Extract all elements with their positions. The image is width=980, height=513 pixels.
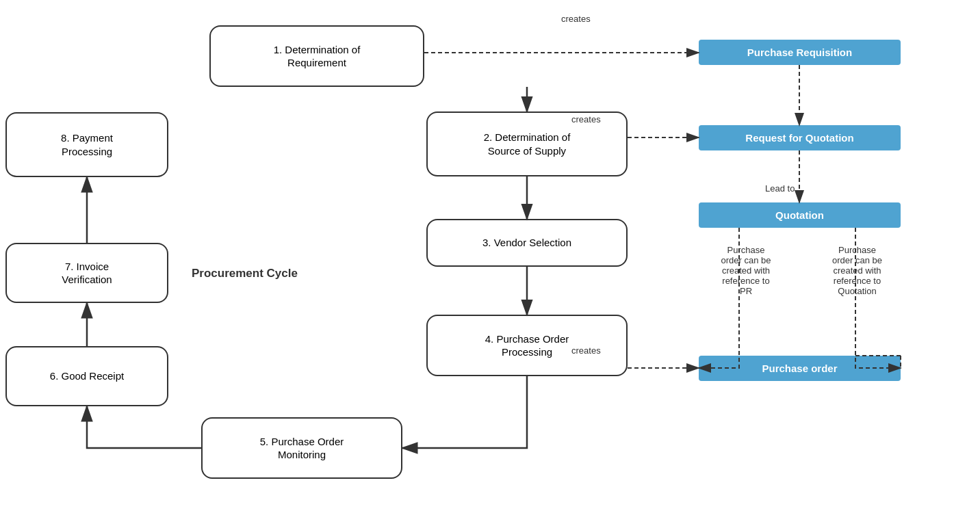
quotation-label: Quotation [775,209,824,221]
purchase-order-box: Purchase order [699,356,901,381]
quotation-ref-label: Purchase order can be created with refer… [808,245,907,296]
step4-label: 4. Purchase Order Processing [485,332,569,359]
rfq-box: Request for Quotation [699,125,901,150]
quotation-box: Quotation [699,202,901,228]
step5-box: 5. Purchase Order Monitoring [201,417,402,479]
step6-label: 6. Good Receipt [50,369,124,383]
diagram-container: 1. Determination of Requirement 2. Deter… [0,0,980,513]
rfq-label: Request for Quotation [745,132,853,144]
creates1-label: creates [561,14,591,24]
pr-ref-label: Purchase order can be created with refer… [701,245,790,296]
step7-label: 7. Invoice Verification [62,260,112,287]
step8-box: 8. Payment Processing [5,112,168,177]
step1-label: 1. Determination of Requirement [274,43,361,70]
lead-to-label: Lead to [765,183,795,194]
step8-label: 8. Payment Processing [61,131,113,158]
step6-box: 6. Good Receipt [5,346,168,406]
pr-label: Purchase Requisition [747,47,852,58]
cycle-label: Procurement Cycle [192,267,298,280]
purchase-requisition-box: Purchase Requisition [699,40,901,65]
step3-box: 3. Vendor Selection [426,219,628,267]
step5-label: 5. Purchase Order Monitoring [260,435,344,462]
creates2-label: creates [571,114,601,124]
step3-label: 3. Vendor Selection [482,236,571,250]
creates3-label: creates [571,345,601,356]
step1-box: 1. Determination of Requirement [209,25,424,87]
step2-label: 2. Determination of Source of Supply [484,131,571,157]
po-label: Purchase order [762,363,837,374]
step7-box: 7. Invoice Verification [5,243,168,303]
